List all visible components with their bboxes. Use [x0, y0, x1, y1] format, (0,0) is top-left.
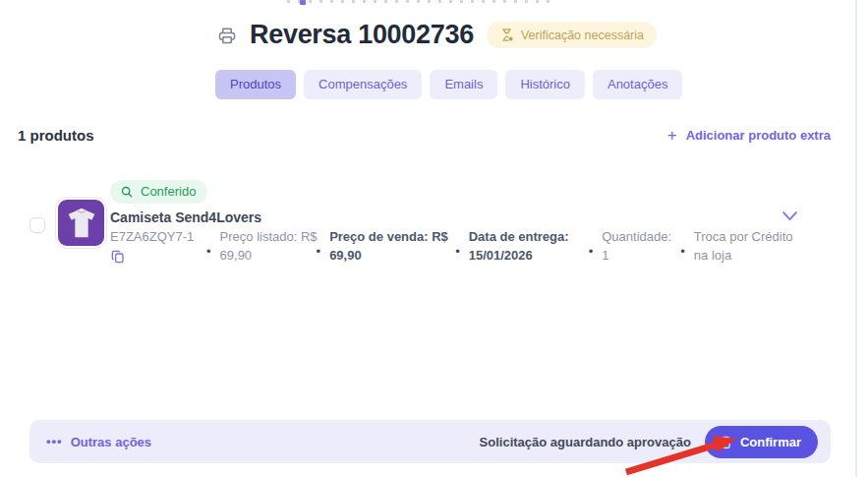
field-label: Data de entrega:	[469, 227, 587, 246]
field-value: 69,90	[220, 246, 315, 265]
field-separator: •	[453, 244, 469, 259]
sku-block: E7ZA6ZQY7-1	[110, 227, 204, 268]
page-header: Reversa 10002736 Verificação necessária	[217, 20, 657, 50]
ellipsis-icon: •••	[46, 437, 63, 447]
tshirt-image	[58, 200, 104, 246]
field-value: 69,90	[329, 246, 453, 265]
copy-icon[interactable]	[110, 249, 126, 265]
product-fields: E7ZA6ZQY7-1 • Preço listado: R$ 69,90 • …	[110, 227, 796, 268]
field-separator: •	[315, 244, 330, 259]
product-details: Conferido Camiseta Send4Lovers E7ZA6ZQY7…	[110, 180, 796, 268]
tab-produtos[interactable]: Produtos	[215, 70, 296, 99]
product-sku: E7ZA6ZQY7-1	[110, 229, 194, 244]
add-product-extra-label: Adicionar produto extra	[686, 128, 831, 143]
status-badge-label: Verificação necessária	[521, 29, 644, 42]
products-count: 1 produtos	[18, 127, 94, 144]
product-image[interactable]	[55, 197, 107, 249]
field-value: 15/01/2026	[469, 246, 587, 265]
verified-badge: Conferido	[110, 180, 207, 204]
clipped-text-remnant	[287, 0, 550, 3]
field-delivery-date: Data de entrega: 15/01/2026	[469, 227, 587, 265]
field-exchange-type: Troca por Crédito na loja	[694, 227, 796, 265]
product-checkbox[interactable]	[29, 217, 45, 233]
field-label: Troca por Crédito	[694, 227, 796, 246]
tab-anotacoes[interactable]: Anotações	[593, 70, 682, 99]
field-separator: •	[587, 244, 603, 259]
scrollbar-track[interactable]	[855, 0, 857, 477]
add-product-extra-button[interactable]: + Adicionar produto extra	[667, 128, 831, 143]
tab-historico[interactable]: Histórico	[505, 70, 585, 99]
field-listed-price: Preço listado: R$ 69,90	[220, 227, 315, 265]
tab-emails[interactable]: Emails	[430, 70, 497, 99]
confirm-button-label: Confirmar	[740, 435, 801, 449]
field-sale-price: Preço de venda: R$ 69,90	[329, 227, 453, 265]
field-label: Preço listado: R$	[220, 227, 315, 246]
search-icon	[120, 185, 134, 199]
field-separator: •	[678, 244, 694, 259]
chevron-down-icon[interactable]	[781, 209, 799, 223]
products-section-header: 1 produtos + Adicionar produto extra	[18, 127, 831, 144]
tab-bar: Produtos Compensações Emails Histórico A…	[215, 70, 682, 99]
printer-icon[interactable]	[217, 26, 237, 45]
approval-status-text: Solicitação aguardando aprovação	[480, 435, 691, 449]
plus-icon: +	[667, 129, 677, 142]
clipboard-check-icon	[719, 435, 732, 449]
field-value: 1	[602, 246, 678, 265]
field-quantity: Quantidade: 1	[602, 227, 678, 265]
field-value: na loja	[694, 246, 796, 265]
field-label: Quantidade:	[602, 227, 678, 246]
footer-right-group: Solicitação aguardando aprovação Confirm…	[480, 426, 818, 458]
product-name: Camiseta Send4Lovers	[110, 209, 796, 225]
hourglass-icon	[499, 28, 514, 42]
tab-compensacoes[interactable]: Compensações	[304, 70, 422, 99]
confirm-button[interactable]: Confirmar	[705, 426, 818, 458]
clipped-text-remnant-accent	[300, 0, 306, 5]
verified-badge-label: Conferido	[141, 184, 196, 199]
other-actions-label: Outras ações	[71, 435, 151, 449]
field-separator: •	[204, 244, 220, 259]
footer-action-bar: ••• Outras ações Solicitação aguardando …	[29, 420, 831, 463]
field-label: Preço de venda: R$	[329, 227, 453, 246]
other-actions-button[interactable]: ••• Outras ações	[46, 435, 151, 449]
product-row: Conferido Camiseta Send4Lovers E7ZA6ZQY7…	[29, 180, 829, 268]
status-badge: Verificação necessária	[487, 22, 657, 48]
reversa-detail-page: Reversa 10002736 Verificação necessária …	[0, 0, 868, 477]
page-title: Reversa 10002736	[250, 20, 474, 50]
